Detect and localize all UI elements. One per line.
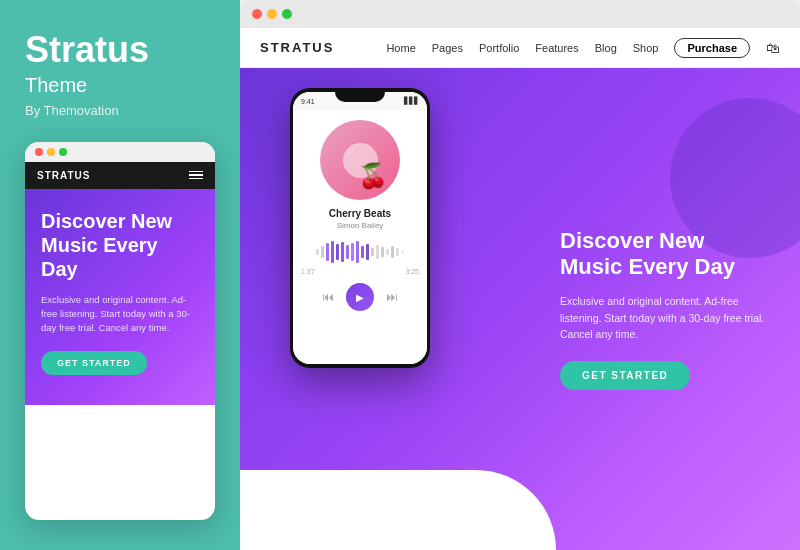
phone-music-content: Cherry Beats Simon Bailey (293, 110, 427, 364)
mockup-dot-yellow (47, 148, 55, 156)
browser-window: STRATUS Home Pages Portfolio Features Bl… (240, 0, 800, 550)
mockup-dot-red (35, 148, 43, 156)
hero-description: Exclusive and original content. Ad-free … (560, 293, 770, 343)
nav-pages[interactable]: Pages (432, 42, 463, 54)
browser-top-bar (240, 0, 800, 28)
nav-portfolio[interactable]: Portfolio (479, 42, 519, 54)
nav-blog[interactable]: Blog (595, 42, 617, 54)
phone-signals: ▋▋▋ (404, 97, 419, 105)
phone-time: 9:41 (301, 98, 315, 105)
mobile-mockup: STRATUS Discover New Music Every Day Exc… (25, 142, 215, 520)
mockup-nav-logo: STRATUS (37, 170, 90, 181)
hamburger-icon[interactable] (189, 171, 203, 180)
nav-shop[interactable]: Shop (633, 42, 659, 54)
browser-dot-green (282, 9, 292, 19)
phone-album-art (320, 120, 400, 200)
nav-home[interactable]: Home (386, 42, 415, 54)
brand-author: By Themovation (25, 103, 215, 118)
browser-dot-yellow (267, 9, 277, 19)
phone-time-end: 3:25 (405, 268, 419, 275)
mockup-hero: Discover New Music Every Day Exclusive a… (25, 189, 215, 406)
browser-dot-red (252, 9, 262, 19)
right-panel: STRATUS Home Pages Portfolio Features Bl… (240, 0, 800, 550)
mockup-nav: STRATUS (25, 162, 215, 189)
cart-icon[interactable]: 🛍 (766, 40, 780, 56)
phone-notch (335, 88, 385, 102)
mockup-cta-button[interactable]: GET STARTED (41, 351, 147, 375)
phone-rewind-icon[interactable]: ⏮ (322, 290, 334, 304)
phone-time-start: 1:37 (301, 268, 315, 275)
phone-forward-icon[interactable]: ⏭ (386, 290, 398, 304)
site-nav-links: Home Pages Portfolio Features Blog Shop … (386, 38, 780, 58)
phone-album-inner (343, 143, 378, 178)
hero-phone-mockup: 9:41 ▋▋▋ Cherry Beats Simon Bailey (290, 88, 430, 368)
browser-content: STRATUS Home Pages Portfolio Features Bl… (240, 28, 800, 550)
phone-time-row: 1:37 3:25 (301, 268, 419, 275)
phone-screen: 9:41 ▋▋▋ Cherry Beats Simon Bailey (293, 92, 427, 364)
brand-title: Stratus (25, 30, 215, 70)
phone-controls: ⏮ ▶ ⏭ (322, 283, 398, 311)
phone-waveform (301, 240, 419, 264)
brand-subtitle: Theme (25, 74, 215, 97)
hero-heading: Discover New Music Every Day (560, 228, 770, 281)
mockup-browser-bar (25, 142, 215, 162)
mockup-dot-green (59, 148, 67, 156)
mockup-hero-title: Discover New Music Every Day (41, 209, 199, 281)
site-hero: 9:41 ▋▋▋ Cherry Beats Simon Bailey (240, 68, 800, 550)
purchase-button[interactable]: Purchase (674, 38, 750, 58)
site-logo: STRATUS (260, 40, 334, 55)
brand-section: Stratus Theme By Themovation (25, 30, 215, 142)
site-nav: STRATUS Home Pages Portfolio Features Bl… (240, 28, 800, 68)
phone-artist: Simon Bailey (337, 221, 384, 230)
phone-song-title: Cherry Beats (329, 208, 391, 219)
left-panel: Stratus Theme By Themovation STRATUS Dis… (0, 0, 240, 550)
nav-features[interactable]: Features (535, 42, 578, 54)
phone-play-button[interactable]: ▶ (346, 283, 374, 311)
mockup-hero-text: Exclusive and original content. Ad-free … (41, 293, 199, 336)
hero-cta-button[interactable]: GET STARTED (560, 361, 690, 390)
hero-text-block: Discover New Music Every Day Exclusive a… (560, 228, 770, 390)
